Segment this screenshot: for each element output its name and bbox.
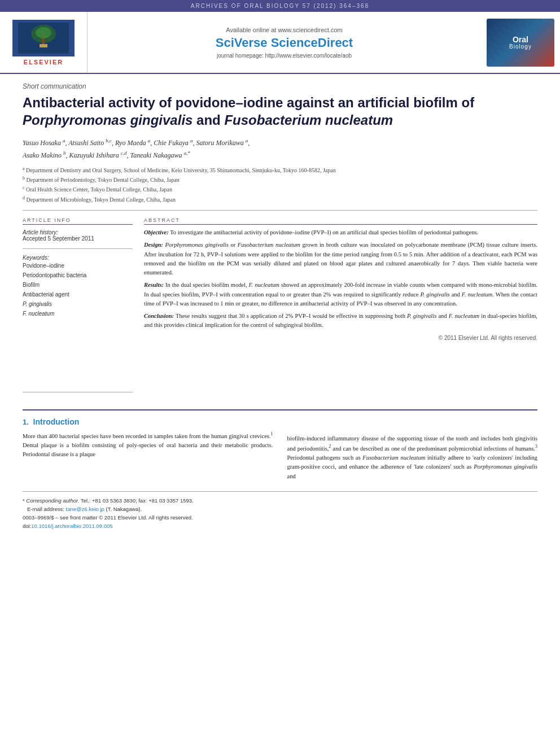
- doi-link: 10.1016/j.archoralbio.2011.09.005: [31, 523, 112, 529]
- intro-left-col: 1. Introduction More than 400 bacterial …: [23, 417, 273, 481]
- email-link: tane@z6.keio.jp: [66, 506, 104, 512]
- elsevier-logo-svg: [18, 23, 69, 54]
- article-type: Short communication: [23, 82, 537, 90]
- corresponding-author: * Corresponding author. Tel.: +81 03 536…: [23, 496, 537, 505]
- issn-line: 0003–9969/$ – see front matter © 2011 El…: [23, 513, 537, 522]
- objective-label: Objective:: [144, 229, 169, 235]
- article-history-label: Article history:: [23, 229, 133, 235]
- keywords-label: Keywords:: [23, 255, 133, 261]
- banner-text: ARCHIVES OF ORAL BIOLOGY 57 (2012) 364–3…: [191, 3, 369, 9]
- keyword-6: F. nucleatum: [23, 309, 133, 318]
- article-info-heading: ARTICLE INFO: [23, 217, 133, 225]
- intro-number: 1.: [23, 418, 29, 426]
- keywords-list: Povidone–iodine Periodontopathic bacteri…: [23, 261, 133, 318]
- main-content: Short communication Antibacterial activi…: [0, 74, 560, 542]
- article-title: Antibacterial activity of povidone–iodin…: [23, 94, 537, 129]
- keyword-5: P. gingivalis: [23, 299, 133, 309]
- available-online-text: Available online at www.sciencedirect.co…: [226, 27, 342, 33]
- conclusion-label: Conclusion:: [144, 313, 174, 319]
- keyword-3: Biofilm: [23, 280, 133, 290]
- footer-area: * Corresponding author. Tel.: +81 03 536…: [23, 491, 537, 531]
- article-accepted: Accepted 5 September 2011: [23, 235, 133, 242]
- keyword-1: Povidone–iodine: [23, 261, 133, 270]
- design-label: Design:: [144, 242, 163, 248]
- article-info-abstract: ARTICLE INFO Article history: Accepted 5…: [23, 217, 537, 398]
- keywords-divider: [23, 248, 133, 249]
- introduction-section: 1. Introduction More than 400 bacterial …: [23, 409, 537, 481]
- oral-text: Oral: [513, 36, 528, 43]
- biology-text: Biology: [509, 43, 532, 50]
- journal-homepage: journal homepage: http://www.elsevier.co…: [217, 53, 352, 59]
- introduction-columns: 1. Introduction More than 400 bacterial …: [23, 417, 537, 481]
- authors: Yasuo Hosaka a, Atsushi Saito b,c, Ryo M…: [23, 137, 537, 160]
- oral-biology-logo-area: Oral Biology: [481, 12, 560, 73]
- intro-title: 1. Introduction: [23, 417, 273, 426]
- keyword-2: Periodontopathic bacteria: [23, 270, 133, 280]
- email-line: E-mail address: tane@z6.keio.jp (T. Naka…: [23, 505, 537, 513]
- svg-rect-4: [40, 44, 47, 47]
- divider-after-affiliations: [23, 210, 537, 211]
- intro-right-col: biofilm-induced inflammatory disease of …: [287, 417, 538, 481]
- affiliations: a Department of Dentistry and Oral Surge…: [23, 165, 537, 204]
- abstract-heading: ABSTRACT: [144, 217, 537, 225]
- intro-left-text: More than 400 bacterial species have bee…: [23, 431, 273, 459]
- svg-point-3: [36, 27, 51, 38]
- article-info-col: ARTICLE INFO Article history: Accepted 5…: [23, 217, 133, 398]
- left-bottom-divider: [23, 392, 133, 392]
- abstract-col: ABSTRACT Objective: To investigate the a…: [144, 217, 537, 398]
- abstract-text: Objective: To investigate the antibacter…: [144, 228, 537, 342]
- oral-biology-logo-box: Oral Biology: [487, 19, 554, 67]
- journal-header: ELSEVIER Available online at www.science…: [0, 12, 560, 74]
- doi-line: doi:10.1016/j.archoralbio.2011.09.005: [23, 522, 537, 530]
- sciverse-title: SciVerse ScienceDirect: [216, 36, 353, 50]
- elsevier-label: ELSEVIER: [24, 59, 63, 65]
- elsevier-logo-box: [12, 20, 75, 56]
- keyword-4: Antibacterial agent: [23, 290, 133, 299]
- intro-right-text: biofilm-induced inflammatory disease of …: [287, 434, 538, 481]
- journal-banner: ARCHIVES OF ORAL BIOLOGY 57 (2012) 364–3…: [0, 0, 560, 12]
- header-middle: Available online at www.sciencedirect.co…: [88, 12, 481, 73]
- elsevier-logo-area: ELSEVIER: [0, 12, 88, 73]
- copyright: © 2011 Elsevier Ltd. All rights reserved…: [144, 334, 537, 343]
- results-label: Results:: [144, 282, 164, 288]
